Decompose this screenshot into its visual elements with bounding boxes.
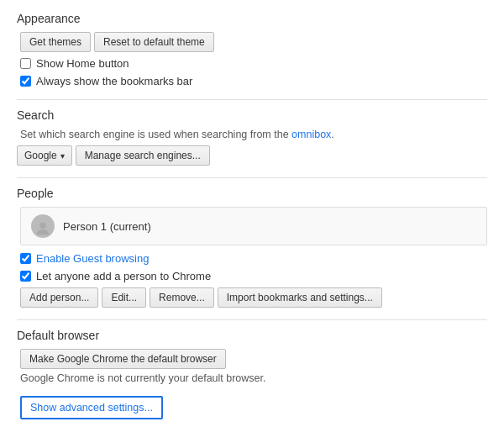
show-bookmarks-label: Always show the bookmarks bar — [36, 75, 192, 87]
show-advanced-button[interactable]: Show advanced settings... — [20, 396, 163, 419]
edit-person-button[interactable]: Edit... — [102, 287, 146, 308]
enable-guest-label-text: Enable Guest browsing — [36, 252, 149, 265]
search-engine-value: Google — [24, 150, 57, 161]
divider-1 — [17, 99, 487, 100]
manage-search-engines-button[interactable]: Manage search engines... — [76, 145, 210, 166]
search-engine-row: Google ▾ Manage search engines... — [17, 145, 487, 166]
divider-2 — [17, 177, 487, 178]
avatar-icon — [34, 219, 52, 238]
person-card[interactable]: Person 1 (current) — [20, 207, 487, 245]
let-anyone-row: Let anyone add a person to Chrome — [20, 270, 487, 282]
default-browser-status: Google Chrome is not currently your defa… — [20, 372, 487, 384]
show-home-button-row: Show Home button — [20, 57, 487, 70]
omnibox-link[interactable]: omnibox — [291, 129, 331, 140]
make-default-button[interactable]: Make Google Chrome the default browser — [20, 349, 226, 369]
search-desc-end: . — [331, 129, 333, 140]
get-themes-button[interactable]: Get themes — [20, 32, 91, 52]
search-engine-dropdown[interactable]: Google ▾ — [17, 145, 72, 166]
show-bookmarks-row: Always show the bookmarks bar — [20, 75, 487, 87]
default-browser-section: Default browser Make Google Chrome the d… — [17, 329, 487, 384]
people-title: People — [17, 187, 487, 200]
default-browser-button-row: Make Google Chrome the default browser — [20, 349, 487, 369]
show-advanced-container: Show advanced settings... — [17, 384, 487, 419]
appearance-title: Appearance — [17, 12, 487, 25]
enable-guest-label: Enable Guest browsing — [36, 252, 149, 265]
reset-theme-button[interactable]: Reset to default theme — [94, 32, 214, 52]
appearance-section: Appearance Get themes Reset to default t… — [17, 12, 487, 87]
search-desc-start: Set which search engine is used when sea… — [20, 129, 291, 140]
show-home-button-checkbox[interactable] — [20, 58, 31, 69]
people-action-buttons: Add person... Edit... Remove... Import b… — [20, 287, 487, 308]
show-home-button-label: Show Home button — [36, 57, 129, 70]
let-anyone-label: Let anyone add a person to Chrome — [36, 270, 211, 282]
dropdown-arrow-icon: ▾ — [60, 151, 65, 161]
default-browser-status-text: Google Chrome is not currently your defa… — [20, 372, 266, 384]
search-section: Search Set which search engine is used w… — [17, 108, 487, 166]
person-name: Person 1 (current) — [63, 220, 151, 233]
avatar — [31, 214, 55, 238]
search-title: Search — [17, 108, 487, 122]
default-browser-title: Default browser — [17, 329, 487, 342]
let-anyone-checkbox[interactable] — [20, 271, 31, 282]
add-person-button[interactable]: Add person... — [20, 287, 98, 308]
enable-guest-row: Enable Guest browsing — [20, 252, 487, 265]
search-description: Set which search engine is used when sea… — [20, 129, 487, 140]
enable-guest-checkbox[interactable] — [20, 253, 31, 264]
import-bookmarks-button[interactable]: Import bookmarks and settings... — [218, 287, 382, 308]
divider-3 — [17, 319, 487, 320]
svg-point-0 — [39, 223, 45, 229]
people-section: People Person 1 (current) Enable Guest b… — [17, 187, 487, 308]
remove-person-button[interactable]: Remove... — [150, 287, 214, 308]
appearance-buttons: Get themes Reset to default theme — [20, 32, 487, 52]
show-bookmarks-checkbox[interactable] — [20, 76, 31, 87]
